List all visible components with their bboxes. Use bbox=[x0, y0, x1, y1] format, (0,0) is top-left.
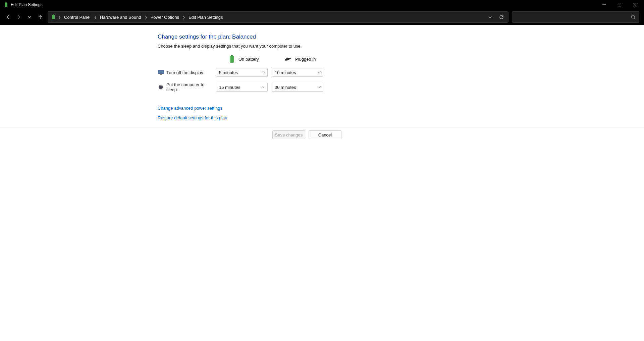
svg-rect-14 bbox=[160, 74, 162, 75]
svg-rect-12 bbox=[230, 56, 231, 62]
chevron-down-icon bbox=[262, 86, 265, 89]
row-label: Turn off the display: bbox=[166, 70, 216, 75]
column-headers: On battery Plugged in bbox=[158, 55, 486, 63]
sleep-battery-dropdown[interactable]: 15 minutes bbox=[216, 83, 268, 92]
search-icon bbox=[631, 15, 636, 19]
dropdown-value: 30 minutes bbox=[275, 85, 296, 90]
footer-bar: Save changes Cancel bbox=[0, 127, 644, 143]
display-icon bbox=[158, 69, 164, 76]
svg-rect-7 bbox=[53, 14, 54, 15]
breadcrumb-item[interactable]: Power Options bbox=[149, 14, 180, 20]
sleep-plugged-dropdown[interactable]: 30 minutes bbox=[272, 83, 323, 92]
address-dropdown-button[interactable] bbox=[486, 13, 494, 21]
breadcrumb-separator: ❯ bbox=[57, 15, 62, 19]
svg-rect-11 bbox=[231, 55, 233, 56]
breadcrumb-item[interactable]: Hardware and Sound bbox=[99, 14, 143, 20]
column-label: On battery bbox=[238, 57, 259, 62]
display-battery-dropdown[interactable]: 5 minutes bbox=[216, 68, 268, 77]
breadcrumb-separator: ❯ bbox=[181, 15, 186, 19]
row-sleep: Put the computer to sleep: 15 minutes 30… bbox=[158, 82, 486, 92]
page-heading: Change settings for the plan: Balanced bbox=[158, 34, 486, 40]
refresh-button[interactable] bbox=[497, 13, 505, 21]
advanced-settings-link[interactable]: Change advanced power settings bbox=[158, 106, 486, 111]
plug-icon bbox=[284, 56, 292, 62]
svg-rect-6 bbox=[52, 15, 55, 19]
svg-rect-3 bbox=[618, 3, 621, 6]
cancel-button[interactable]: Cancel bbox=[309, 130, 341, 139]
breadcrumb-separator: ❯ bbox=[93, 15, 98, 19]
svg-rect-13 bbox=[158, 70, 164, 74]
up-button[interactable] bbox=[35, 12, 46, 22]
chevron-down-icon bbox=[262, 71, 265, 74]
row-label: Put the computer to sleep: bbox=[166, 82, 216, 92]
back-button[interactable] bbox=[3, 12, 13, 22]
chevron-down-icon bbox=[318, 71, 321, 74]
display-plugged-dropdown[interactable]: 10 minutes bbox=[272, 68, 323, 77]
navbar: ❯ Control Panel ❯ Hardware and Sound ❯ P… bbox=[0, 9, 644, 25]
content-area: Change settings for the plan: Balanced C… bbox=[0, 25, 644, 125]
svg-line-9 bbox=[634, 18, 636, 19]
battery-icon bbox=[228, 55, 235, 63]
svg-point-8 bbox=[632, 15, 635, 18]
address-icon bbox=[51, 14, 56, 20]
column-on-battery: On battery bbox=[228, 55, 284, 63]
address-bar[interactable]: ❯ Control Panel ❯ Hardware and Sound ❯ P… bbox=[48, 11, 508, 23]
minimize-button[interactable] bbox=[596, 0, 612, 9]
column-plugged-in: Plugged in bbox=[284, 56, 339, 62]
column-label: Plugged in bbox=[295, 57, 316, 62]
close-button[interactable] bbox=[627, 0, 643, 9]
restore-defaults-link[interactable]: Restore default settings for this plan bbox=[158, 115, 486, 120]
forward-button[interactable] bbox=[13, 12, 24, 22]
dropdown-value: 10 minutes bbox=[275, 70, 296, 75]
breadcrumb-item[interactable]: Control Panel bbox=[63, 14, 92, 20]
links-section: Change advanced power settings Restore d… bbox=[158, 106, 486, 120]
titlebar: Edit Plan Settings bbox=[0, 0, 644, 9]
maximize-button[interactable] bbox=[612, 0, 627, 9]
window-title: Edit Plan Settings bbox=[11, 2, 43, 7]
svg-rect-0 bbox=[5, 3, 7, 7]
breadcrumb-item[interactable]: Edit Plan Settings bbox=[187, 14, 224, 20]
sleep-icon bbox=[158, 84, 164, 91]
breadcrumb-separator: ❯ bbox=[143, 15, 149, 19]
app-icon bbox=[3, 2, 9, 7]
svg-rect-1 bbox=[5, 2, 7, 3]
page-subtext: Choose the sleep and display settings th… bbox=[158, 44, 486, 49]
row-turn-off-display: Turn off the display: 5 minutes 10 minut… bbox=[158, 68, 486, 77]
dropdown-value: 15 minutes bbox=[219, 85, 240, 90]
recent-dropdown-button[interactable] bbox=[24, 12, 35, 22]
dropdown-value: 5 minutes bbox=[219, 70, 238, 75]
search-input[interactable] bbox=[512, 11, 639, 23]
save-button[interactable]: Save changes bbox=[272, 130, 305, 139]
chevron-down-icon bbox=[318, 86, 321, 89]
